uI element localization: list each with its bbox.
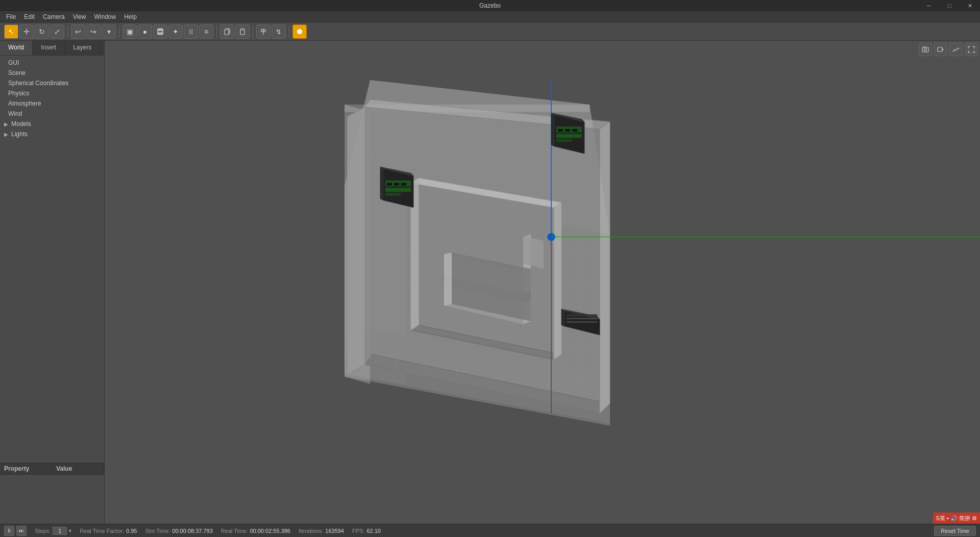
rotate-tool-button[interactable]: ↻ <box>35 24 49 39</box>
titlebar: Gazebo ─ □ ✕ <box>0 0 980 11</box>
menu-item-camera[interactable]: Camera <box>39 12 69 21</box>
close-button[interactable]: ✕ <box>960 0 980 11</box>
real-time-value: 00:00:02:55.386 <box>250 528 290 534</box>
tab-world[interactable]: World <box>0 41 33 55</box>
minimize-button[interactable]: ─ <box>919 0 939 11</box>
paste-button[interactable] <box>235 24 250 39</box>
tree-item-wind[interactable]: Wind <box>0 109 104 119</box>
separator-1 <box>67 25 68 38</box>
box-button[interactable]: ▣ <box>122 24 137 39</box>
separator-5 <box>289 25 289 38</box>
video-record-button[interactable] <box>934 43 947 56</box>
select-tool-button[interactable]: ↖ <box>4 24 18 39</box>
main-layout: ↖ ✛ ↻ ⤢ ↩ ↪ ▾ ▣ ● ✦ ⁞⁞ ≡ <box>0 22 980 537</box>
svg-marker-48 <box>523 236 544 269</box>
svg-rect-60 <box>556 139 572 142</box>
maximize-button[interactable]: □ <box>939 0 960 11</box>
svg-marker-56 <box>551 113 554 146</box>
tab-insert[interactable]: Insert <box>33 41 65 55</box>
snap-button[interactable]: ↯ <box>272 24 286 39</box>
steps-label: Steps: <box>35 528 51 534</box>
realtime-factor-label: Real Time Factor: <box>80 528 124 534</box>
svg-rect-70 <box>387 183 392 186</box>
svg-rect-63 <box>572 129 577 132</box>
svg-rect-72 <box>401 183 406 186</box>
svg-marker-83 <box>942 48 944 50</box>
real-time-item: Real Time: 00:00:02:55.386 <box>221 528 290 534</box>
menu-item-edit[interactable]: Edit <box>20 12 39 21</box>
svg-rect-69 <box>385 193 401 196</box>
menu-item-help[interactable]: Help <box>120 12 141 21</box>
tree-item-models[interactable]: ▶ Models <box>0 119 104 129</box>
iterations-value: 163594 <box>325 528 344 534</box>
steps-input[interactable] <box>53 527 67 535</box>
svg-rect-6 <box>241 29 243 30</box>
plot-button[interactable] <box>949 43 963 56</box>
fps-value: 62.10 <box>366 528 381 534</box>
pause-button[interactable]: ⏸ <box>4 526 14 536</box>
translate-tool-button[interactable]: ✛ <box>19 24 34 39</box>
tree-item-gui[interactable]: GUI <box>0 58 104 68</box>
ime-bar: S英 • 🔊 简拼 ⚙ <box>933 513 980 524</box>
steps-item: Steps: ▾ <box>35 527 71 535</box>
tab-bar: World Insert Layers <box>0 41 104 56</box>
record-button[interactable] <box>292 24 307 39</box>
fullscreen-button[interactable] <box>965 43 978 56</box>
svg-rect-71 <box>394 183 399 186</box>
pointcloud-button[interactable]: ⁞⁞ <box>184 24 198 39</box>
separator-3 <box>216 25 217 38</box>
svg-rect-59 <box>556 134 582 138</box>
menu-item-window[interactable]: Window <box>90 12 120 21</box>
world-tree: GUI Scene Spherical Coordinates Physics … <box>0 56 104 463</box>
svg-marker-49 <box>444 252 452 305</box>
svg-rect-81 <box>924 46 925 47</box>
ime-label: S英 • 🔊 简拼 ⚙ <box>936 515 977 522</box>
realtime-factor-value: 0.95 <box>126 528 137 534</box>
svg-marker-65 <box>380 167 383 200</box>
copy-button[interactable] <box>220 24 234 39</box>
svg-rect-61 <box>558 129 563 132</box>
3d-viewport[interactable] <box>105 41 980 524</box>
light-source-button[interactable]: ✦ <box>168 24 183 39</box>
property-header: Property Value <box>0 463 104 475</box>
reset-time-button[interactable]: Reset Time <box>934 526 976 536</box>
tree-item-atmosphere[interactable]: Atmosphere <box>0 98 104 109</box>
viewport-icons <box>919 43 978 56</box>
window-controls: ─ □ ✕ <box>919 0 980 11</box>
step-button[interactable]: ⏭ <box>16 526 27 536</box>
content-area: World Insert Layers GUI Scene Spherica <box>0 41 980 524</box>
lines-button[interactable]: ≡ <box>199 24 213 39</box>
dropdown-button[interactable]: ▾ <box>102 24 116 39</box>
svg-marker-18 <box>600 122 610 414</box>
sphere-button[interactable]: ● <box>138 24 152 39</box>
separator-2 <box>119 25 119 38</box>
svg-marker-40 <box>554 202 561 360</box>
svg-rect-4 <box>225 30 229 35</box>
tab-layers[interactable]: Layers <box>65 41 100 55</box>
align-button[interactable] <box>256 24 271 39</box>
iterations-item: Iterations: 163594 <box>299 528 344 534</box>
svg-marker-16 <box>347 107 365 374</box>
redo-button[interactable]: ↪ <box>86 24 101 39</box>
undo-button[interactable]: ↩ <box>71 24 85 39</box>
playback-controls: ⏸ ⏭ <box>4 526 27 536</box>
sim-time-value: 00:00:08:37.793 <box>172 528 213 534</box>
property-panel: Property Value <box>0 463 104 524</box>
tree-item-physics[interactable]: Physics <box>0 88 104 98</box>
scale-tool-button[interactable]: ⤢ <box>50 24 64 39</box>
tree-item-lights[interactable]: ▶ Lights <box>0 129 104 139</box>
menu-item-view[interactable]: View <box>69 12 90 21</box>
separator-4 <box>253 25 253 38</box>
tree-item-spherical-coordinates[interactable]: Spherical Coordinates <box>0 78 104 88</box>
svg-marker-74 <box>561 309 564 326</box>
svg-rect-68 <box>385 188 411 192</box>
steps-arrow-icon: ▾ <box>69 528 71 533</box>
toolbar: ↖ ✛ ↻ ⤢ ↩ ↪ ▾ ▣ ● ✦ ⁞⁞ ≡ <box>0 22 980 41</box>
svg-rect-77 <box>567 321 597 323</box>
screenshot-button[interactable] <box>919 43 932 56</box>
iterations-label: Iterations: <box>299 528 323 534</box>
menu-item-file[interactable]: File <box>2 12 20 21</box>
svg-rect-82 <box>938 47 942 52</box>
tree-item-scene[interactable]: Scene <box>0 68 104 78</box>
cylinder-button[interactable] <box>153 24 167 39</box>
